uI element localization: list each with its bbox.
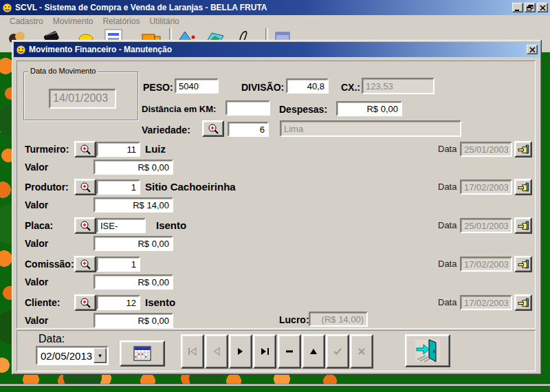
pointing-hand-icon [518, 144, 529, 155]
close-icon [540, 5, 546, 11]
turmeiro-data-label: Data [438, 144, 456, 154]
close-icon [529, 47, 536, 53]
placa-date-button[interactable] [514, 217, 532, 234]
magnifier-icon [79, 220, 91, 231]
pointing-hand-icon [518, 182, 529, 193]
dialog-close-button[interactable] [527, 45, 538, 54]
comissao-valor-label: Valor [25, 276, 48, 287]
nav-next-button[interactable] [229, 334, 252, 369]
despesas-input[interactable] [336, 101, 402, 116]
menu-cadastro[interactable]: Cadastro [10, 17, 43, 26]
minimize-button[interactable] [512, 3, 523, 12]
turmeiro-lookup-button[interactable] [74, 141, 96, 157]
variedade-code-input[interactable] [228, 122, 269, 137]
produtor-lookup-button[interactable] [74, 179, 96, 195]
despesas-label: Despesas: [279, 104, 327, 115]
footer-panel: Data: 02/05/2013 ▼ [16, 330, 536, 371]
pointing-hand-icon [518, 221, 529, 231]
placa-valor-label: Valor [25, 238, 48, 249]
nav-last-button[interactable] [253, 334, 276, 369]
distancia-input[interactable] [226, 100, 270, 116]
next-record-icon [236, 347, 245, 356]
placa-data-label: Data [438, 220, 456, 230]
produtor-valor-input[interactable] [94, 197, 173, 213]
dialog-movimento-financeiro: Movimento Financeiro - Manutenção Data d… [12, 40, 542, 375]
menubar: Cadastro Movimento Relatórios Utilitário [0, 15, 550, 27]
nav-edit-button[interactable] [302, 334, 325, 369]
pointing-hand-icon [518, 298, 529, 308]
turmeiro-valor-input[interactable] [94, 160, 173, 175]
nav-first-button[interactable] [181, 334, 204, 369]
exit-door-icon [413, 338, 442, 364]
edit-record-icon [309, 347, 318, 356]
variedade-lookup-button[interactable] [202, 120, 224, 137]
post-record-icon [333, 347, 342, 356]
exit-button[interactable] [405, 334, 450, 367]
calendar-button[interactable] [120, 340, 165, 367]
footer-date-value: 02/05/2013 [37, 350, 94, 362]
nav-delete-button[interactable] [278, 334, 301, 369]
produtor-data-value [460, 179, 512, 195]
placa-lookup-button[interactable] [74, 217, 96, 234]
placa-code-input[interactable] [96, 218, 146, 233]
nav-cancel-button[interactable] [350, 334, 373, 369]
turmeiro-valor-label: Valor [25, 162, 48, 173]
produtor-valor-label: Valor [25, 199, 48, 210]
cliente-valor-input[interactable] [94, 313, 173, 328]
restore-button[interactable] [525, 3, 536, 12]
comissao-date-button[interactable] [514, 256, 532, 272]
cliente-lookup-button[interactable] [74, 294, 96, 311]
cliente-data-value [460, 295, 512, 310]
comissao-lookup-button[interactable] [74, 256, 96, 272]
nav-prior-button[interactable] [205, 334, 228, 369]
lucro-value [309, 312, 368, 327]
menu-relatorios[interactable]: Relatórios [102, 17, 140, 26]
cliente-date-button[interactable] [514, 294, 532, 311]
placa-data-value [460, 218, 512, 233]
variedade-name-value [280, 120, 461, 137]
restore-icon [527, 5, 534, 11]
placa-label: Placa: [25, 220, 53, 231]
dialog-titlebar: Movimento Financeiro - Manutenção [14, 42, 540, 57]
distancia-label: Distância em KM: [142, 104, 216, 114]
turmeiro-name: Luiz [145, 143, 166, 155]
lucro-label: Lucro: [279, 314, 309, 325]
nav-post-button[interactable] [326, 334, 349, 369]
produtor-label: Produtor: [25, 182, 69, 193]
comissao-label: Comissão: [25, 259, 74, 270]
comissao-data-value [460, 257, 512, 272]
screen: { "colors":{"title_gradient_start":"#0a2… [0, 0, 550, 392]
turmeiro-data-value [460, 142, 512, 157]
turmeiro-code-input[interactable] [96, 142, 140, 157]
calendar-icon [133, 346, 151, 361]
magnifier-icon [207, 123, 219, 134]
pointing-hand-icon [518, 259, 529, 270]
cliente-data-label: Data [438, 297, 456, 307]
app-smiley-icon [2, 3, 12, 13]
cliente-valor-label: Valor [25, 315, 48, 326]
produtor-name: Sitio Cachoeirinha [145, 181, 236, 193]
delete-record-icon [285, 347, 294, 356]
peso-input[interactable] [175, 78, 219, 94]
turmeiro-label: Turmeiro: [25, 144, 69, 155]
produtor-date-button[interactable] [514, 179, 532, 195]
chevron-down-icon[interactable]: ▼ [94, 348, 107, 363]
main-panel: Data do Movimento 14/01/2003 PESO: DIVIS… [16, 61, 536, 329]
placa-valor-input[interactable] [94, 236, 173, 251]
data-movimento-label: Data do Movimento [28, 67, 98, 75]
last-record-icon [260, 347, 270, 356]
comissao-valor-input[interactable] [94, 274, 173, 290]
menu-utilitario[interactable]: Utilitário [149, 17, 179, 26]
first-record-icon [188, 347, 197, 356]
comissao-code-input[interactable] [96, 257, 140, 272]
menu-movimento[interactable]: Movimento [53, 17, 94, 26]
divisao-input[interactable] [286, 78, 329, 94]
bottom-green-band [0, 386, 550, 392]
close-button[interactable] [537, 3, 548, 12]
magnifier-icon [79, 182, 91, 193]
turmeiro-date-button[interactable] [514, 141, 532, 157]
produtor-code-input[interactable] [96, 179, 140, 195]
cliente-code-input[interactable] [96, 295, 140, 310]
magnifier-icon [79, 297, 91, 308]
footer-date-combobox[interactable]: 02/05/2013 ▼ [36, 346, 109, 365]
